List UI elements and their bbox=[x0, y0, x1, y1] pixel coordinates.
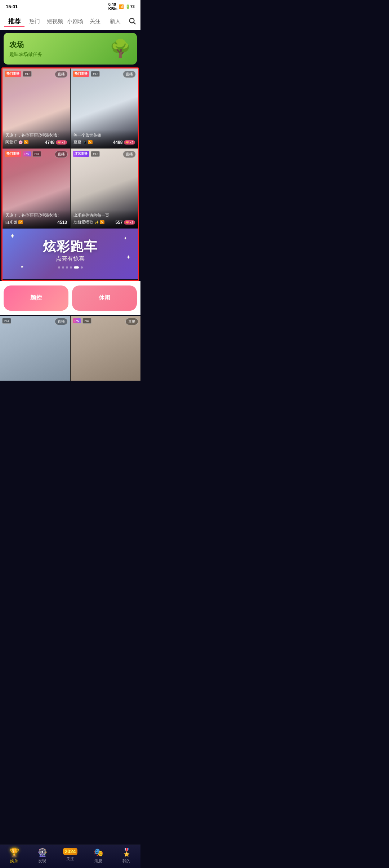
live-card-2[interactable]: 热门主播 HD 直播 等一个盖世英雄 夏夏 📱 V 4488 💝x3 bbox=[71, 68, 138, 148]
star-2: ✦ bbox=[124, 236, 127, 241]
banner-ad[interactable]: ✦ ✦ ★ ✦ 炫彩跑车 点亮有惊喜 bbox=[3, 229, 138, 279]
yan-label: 颜控 bbox=[30, 294, 42, 302]
talent-tag: 才艺主播 bbox=[73, 151, 89, 157]
dot-6 bbox=[81, 266, 83, 269]
dot-4 bbox=[70, 266, 72, 269]
card2-bottom: 夏夏 📱 V 4488 💝x3 bbox=[73, 140, 135, 145]
card2-viewers-group: 4488 💝x3 bbox=[113, 140, 135, 145]
anchor3-name: 白米饭 bbox=[5, 220, 17, 225]
nav-tabs: 推荐 热门 短视频 小剧场 关注 新人 bbox=[0, 13, 140, 30]
tab-recommend[interactable]: 推荐 bbox=[4, 16, 24, 27]
flower-icon: 🌸 bbox=[18, 140, 23, 144]
battery-icon: 🔋73 bbox=[125, 4, 135, 9]
network-speed: 0.40KB/s bbox=[108, 2, 117, 11]
gift-badge-2: 💝x3 bbox=[124, 140, 135, 145]
search-button[interactable] bbox=[128, 17, 136, 26]
card3-viewers: 4513 bbox=[57, 220, 67, 225]
phone-icon: 📱 bbox=[82, 140, 87, 144]
hd-tag-3: HD bbox=[32, 151, 41, 157]
card3-tags: 热门主播 PK HD bbox=[5, 151, 41, 157]
live-card-3[interactable]: 热门主播 PK HD 直播 天凉了，各位哥哥记得添衣哦！ 白米饭 V 4513 bbox=[3, 149, 70, 228]
hd-tag-5: HD bbox=[2, 318, 11, 324]
vip-badge-4: V bbox=[100, 220, 104, 224]
live-tag-1: 直播 bbox=[55, 71, 68, 78]
card3-overlay: 天凉了，各位哥哥记得添衣哦！ 白米饭 V 4513 bbox=[3, 210, 70, 228]
status-bar: 15:01 0.40KB/s 📶 🔋73 bbox=[0, 0, 140, 13]
card1-overlay: 天凉了，各位哥哥记得添衣哦！ 阿萱叮 🌸 V 4748 💝x1 bbox=[3, 130, 70, 148]
card1-viewers: 4748 bbox=[45, 140, 55, 145]
hd-tag: HD bbox=[23, 71, 32, 77]
live-tag-5: 直播 bbox=[55, 318, 68, 325]
selection-container: 热门主播 HD 直播 天凉了，各位哥哥记得添衣哦！ 阿萱叮 🌸 V 4748 💝… bbox=[1, 67, 139, 281]
anchor4-name: 欣妍爱唱歌 bbox=[73, 220, 93, 225]
live-grid-2: HD 直播 PK HD 直播 bbox=[0, 316, 140, 381]
card6-image bbox=[71, 316, 140, 381]
live-tag-6: 直播 bbox=[125, 318, 138, 325]
live-card-4[interactable]: 才艺主播 HD 直播 出现在你诗的每一页 欣妍爱唱歌 ✨ V 557 💝x1 bbox=[71, 149, 138, 228]
banner-dots bbox=[58, 266, 83, 269]
card4-viewers: 557 bbox=[115, 220, 122, 225]
hd-tag-6: HD bbox=[82, 318, 91, 324]
tab-follow[interactable]: 关注 bbox=[85, 17, 105, 26]
tab-hot[interactable]: 热门 bbox=[24, 17, 45, 26]
farm-banner[interactable]: 农场 趣味农场做任务 🌳 bbox=[4, 33, 137, 65]
live-card-1[interactable]: 热门主播 HD 直播 天凉了，各位哥哥记得添衣哦！ 阿萱叮 🌸 V 4748 💝… bbox=[3, 68, 70, 148]
card3-title: 天凉了，各位哥哥记得添衣哦！ bbox=[5, 213, 67, 218]
dot-3 bbox=[66, 266, 68, 269]
category-yan[interactable]: 颜控 bbox=[4, 285, 68, 311]
dot-2 bbox=[62, 266, 64, 269]
live-card-5[interactable]: HD 直播 bbox=[0, 316, 70, 381]
farm-text: 农场 趣味农场做任务 bbox=[9, 40, 42, 58]
tab-short-video[interactable]: 短视频 bbox=[45, 17, 65, 26]
card1-tags: 热门主播 HD bbox=[5, 71, 32, 77]
tab-newcomer[interactable]: 新人 bbox=[105, 17, 125, 26]
gift-badge-1: 💝x1 bbox=[56, 140, 67, 145]
pk-tag-2: PK bbox=[73, 318, 81, 323]
status-icons: 0.40KB/s 📶 🔋73 bbox=[108, 2, 135, 11]
gift-badge-4: 💝x1 bbox=[124, 220, 135, 225]
star-3: ★ bbox=[21, 265, 24, 269]
live-tag-4: 直播 bbox=[123, 151, 136, 158]
live-card-6[interactable]: PK HD 直播 bbox=[71, 316, 140, 381]
card6-tags: PK HD bbox=[73, 318, 91, 324]
vip-badge-2: V bbox=[88, 140, 93, 144]
anchor1-name: 阿萱叮 bbox=[5, 140, 17, 145]
card2-anchor: 夏夏 📱 V bbox=[73, 140, 93, 145]
hot-anchor-tag: 热门主播 bbox=[5, 71, 21, 77]
live-grid: 热门主播 HD 直播 天凉了，各位哥哥记得添衣哦！ 阿萱叮 🌸 V 4748 💝… bbox=[3, 68, 138, 228]
card2-title: 等一个盖世英雄 bbox=[73, 133, 135, 138]
hot-anchor-tag-3: 热门主播 bbox=[5, 151, 21, 157]
xiu-label: 休闲 bbox=[99, 294, 110, 302]
dot-5-active bbox=[74, 266, 79, 269]
card1-bottom: 阿萱叮 🌸 V 4748 💝x1 bbox=[5, 140, 67, 145]
farm-title: 农场 bbox=[9, 40, 42, 50]
anchor2-name: 夏夏 bbox=[73, 140, 81, 145]
card5-image bbox=[0, 316, 70, 381]
card3-anchor: 白米饭 V bbox=[5, 220, 23, 225]
card3-bottom: 白米饭 V 4513 bbox=[5, 220, 67, 225]
tab-drama[interactable]: 小剧场 bbox=[65, 17, 85, 26]
card1-viewers-group: 4748 💝x1 bbox=[45, 140, 67, 145]
star-1: ✦ bbox=[10, 232, 15, 240]
category-xiu[interactable]: 休闲 bbox=[72, 285, 137, 311]
farm-tree-icon: 🌳 bbox=[109, 39, 131, 59]
bottom-spacer bbox=[0, 381, 140, 406]
banner-subtitle: 点亮有惊喜 bbox=[56, 255, 85, 263]
svg-point-0 bbox=[130, 18, 134, 23]
category-row: 颜控 休闲 bbox=[0, 281, 140, 315]
live-tag-3: 直播 bbox=[55, 151, 68, 158]
card4-tags: 才艺主播 HD bbox=[73, 151, 100, 157]
card4-overlay: 出现在你诗的每一页 欣妍爱唱歌 ✨ V 557 💝x1 bbox=[71, 210, 138, 228]
svg-line-1 bbox=[134, 22, 135, 24]
card2-overlay: 等一个盖世英雄 夏夏 📱 V 4488 💝x3 bbox=[71, 130, 138, 148]
card1-title: 天凉了，各位哥哥记得添衣哦！ bbox=[5, 133, 67, 138]
vip-badge-3: V bbox=[18, 220, 23, 224]
card1-anchor: 阿萱叮 🌸 V bbox=[5, 140, 28, 145]
card4-title: 出现在你诗的每一页 bbox=[73, 213, 135, 218]
banner-title: 炫彩跑车 bbox=[43, 239, 98, 254]
card5-tags: HD bbox=[2, 318, 11, 324]
card4-anchor: 欣妍爱唱歌 ✨ V bbox=[73, 220, 104, 225]
wifi-icon: 📶 bbox=[119, 4, 124, 9]
farm-subtitle: 趣味农场做任务 bbox=[9, 51, 42, 58]
hot-anchor-tag-2: 热门主播 bbox=[73, 71, 89, 77]
